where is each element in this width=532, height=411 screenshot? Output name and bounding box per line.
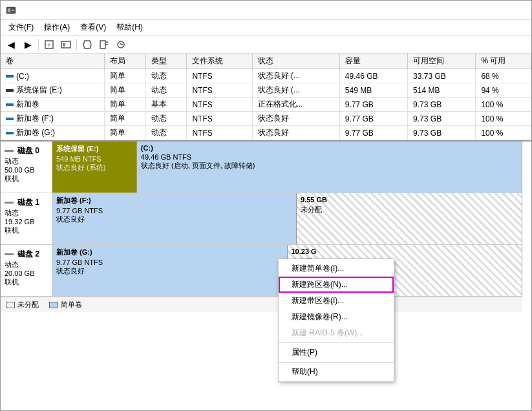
partition[interactable]: (C:) 49.46 GB NTFS 状态良好 (启动, 页面文件, 故障转储) — [137, 142, 522, 193]
partition-label: 新加卷 (G:) — [56, 248, 283, 257]
cell-type: 基本 — [145, 98, 187, 112]
disk-type: 动态 — [5, 260, 48, 269]
cell-free: 514 MB — [408, 83, 476, 98]
disk-row-disk0: 磁盘 0 动态 50.00 GB 联机 系统保留 (E:) 549 MB NTF… — [1, 142, 522, 193]
partition-detail1: 549 MB NTFS — [56, 155, 133, 163]
close-button[interactable] — [509, 4, 526, 17]
disk-status: 联机 — [5, 277, 48, 287]
partition-label: 新加卷 (F:) — [56, 196, 292, 206]
table-row[interactable]: 系统保留 (E:) 简单 动态 NTFS 状态良好 (... 549 MB 51… — [1, 83, 531, 98]
col-layout: 布局 — [104, 54, 145, 69]
context-menu-item[interactable]: 新建简单卷(I)... — [279, 260, 394, 277]
cell-capacity: 9.77 GB — [339, 98, 407, 112]
minimize-button[interactable] — [473, 4, 490, 17]
legend-simple-label: 简单卷 — [61, 300, 82, 310]
svg-text:?: ? — [47, 43, 50, 48]
cell-pct: 94 % — [476, 83, 531, 98]
disk-area-wrapper: 磁盘 0 动态 50.00 GB 联机 系统保留 (E:) 549 MB NTF… — [1, 142, 531, 410]
cell-type: 动态 — [145, 126, 187, 140]
toolbar-btn-3[interactable] — [58, 37, 74, 52]
disk-row-disk2: 磁盘 2 动态 20.00 GB 联机 新加卷 (G:) 9.77 GB NTF… — [1, 245, 522, 297]
partition[interactable]: 新加卷 (G:) 9.77 GB NTFS 状态良好 — [52, 245, 288, 296]
forward-button[interactable]: ▶ — [20, 37, 36, 52]
disk-label-disk1: 磁盘 1 动态 19.32 GB 联机 — [1, 193, 52, 244]
cell-layout: 简单 — [104, 98, 145, 112]
context-menu-item[interactable]: 帮助(H) — [279, 364, 394, 380]
main-content: 卷 布局 类型 文件系统 状态 容量 可用空间 % 可用 (C:) 简单 动态 … — [1, 54, 531, 410]
cell-pct: 68 % — [476, 69, 531, 83]
menu-view[interactable]: 查看(V) — [75, 21, 111, 34]
disk-type: 动态 — [5, 208, 48, 218]
disk-label-disk0: 磁盘 0 动态 50.00 GB 联机 — [1, 142, 52, 193]
menu-separator — [279, 342, 394, 343]
partition[interactable]: 系统保留 (E:) 549 MB NTFS 状态良好 (系统) — [52, 142, 137, 193]
disk-row-disk1: 磁盘 1 动态 19.32 GB 联机 新加卷 (F:) 9.77 GB NTF… — [1, 193, 522, 245]
legend-unallocated: 未分配 — [6, 300, 39, 310]
cell-type: 动态 — [145, 112, 187, 126]
cell-fs: NTFS — [187, 112, 252, 126]
cell-status: 正在格式化... — [252, 98, 339, 112]
cell-vol: 新加卷 — [1, 98, 104, 112]
table-area: 卷 布局 类型 文件系统 状态 容量 可用空间 % 可用 (C:) 简单 动态 … — [1, 54, 531, 142]
disk-size: 20.00 GB — [5, 269, 48, 277]
cell-fs: NTFS — [187, 126, 252, 140]
svg-rect-1 — [8, 8, 10, 12]
menu-separator — [279, 362, 394, 363]
toolbar-btn-6[interactable] — [113, 37, 129, 52]
cell-status: 状态良好 — [252, 112, 339, 126]
menu-file[interactable]: 文件(F) — [3, 21, 39, 34]
toolbar-btn-5[interactable] — [96, 37, 112, 52]
partition-detail2: 状态良好 — [56, 215, 292, 224]
svg-rect-8 — [100, 41, 105, 48]
context-menu-item[interactable]: 新建跨区卷(N)... — [279, 277, 394, 293]
disk-partitions-disk0: 系统保留 (E:) 549 MB NTFS 状态良好 (系统) (C:) 49.… — [52, 142, 522, 193]
cell-pct: 100 % — [476, 126, 531, 140]
cell-vol: (C:) — [1, 69, 104, 83]
disk-partitions-disk1: 新加卷 (F:) 9.77 GB NTFS 状态良好 9.55 GB 未分配 — [52, 193, 522, 244]
col-vol: 卷 — [1, 54, 104, 69]
legend-simple-box — [49, 302, 58, 308]
title-controls — [473, 4, 526, 17]
context-menu-item[interactable]: 新建镜像卷(R)... — [279, 309, 394, 325]
maximize-button[interactable] — [491, 4, 508, 17]
partition-detail2: 状态良好 (系统) — [56, 163, 133, 173]
cell-layout: 简单 — [104, 83, 145, 98]
svg-rect-6 — [63, 43, 65, 47]
toolbar-btn-4[interactable] — [80, 37, 95, 52]
cell-type: 动态 — [145, 83, 187, 98]
cell-layout: 简单 — [104, 112, 145, 126]
table-row[interactable]: 新加卷 (G:) 简单 动态 NTFS 状态良好 9.77 GB 9.73 GB… — [1, 126, 531, 140]
cell-free: 9.73 GB — [408, 126, 476, 140]
toolbar: ◀ ▶ ? — [1, 36, 531, 54]
cell-status: 状态良好 — [252, 126, 339, 140]
context-menu-item[interactable]: 属性(P) — [279, 344, 394, 361]
col-capacity: 容量 — [339, 54, 407, 69]
context-menu-item[interactable]: 新建带区卷(I)... — [279, 293, 394, 309]
cell-vol: 系统保留 (E:) — [1, 83, 104, 98]
cell-fs: NTFS — [187, 69, 252, 83]
cell-vol: 新加卷 (F:) — [1, 112, 104, 126]
back-button[interactable]: ◀ — [3, 37, 19, 52]
table-row[interactable]: 新加卷 简单 基本 NTFS 正在格式化... 9.77 GB 9.73 GB … — [1, 98, 531, 112]
disk-name: 磁盘 1 — [5, 197, 48, 208]
menu-action[interactable]: 操作(A) — [39, 21, 75, 34]
partition-label: 系统保留 (E:) — [56, 144, 133, 154]
menu-help[interactable]: 帮助(H) — [111, 21, 148, 34]
col-pct: % 可用 — [476, 54, 531, 69]
disk-scroll[interactable]: 磁盘 0 动态 50.00 GB 联机 系统保留 (E:) 549 MB NTF… — [1, 142, 522, 410]
col-free: 可用空间 — [408, 54, 476, 69]
cell-free: 33.73 GB — [408, 69, 476, 83]
main-window: 文件(F) 操作(A) 查看(V) 帮助(H) ◀ ▶ ? — [0, 0, 532, 411]
cell-vol: 新加卷 (G:) — [1, 126, 104, 140]
disk-status: 联机 — [5, 174, 48, 184]
table-row[interactable]: (C:) 简单 动态 NTFS 状态良好 (... 49.46 GB 33.73… — [1, 69, 531, 83]
partition[interactable]: 新加卷 (F:) 9.77 GB NTFS 状态良好 — [52, 193, 297, 244]
disk-name: 磁盘 0 — [5, 145, 48, 156]
partition[interactable]: 9.55 GB 未分配 — [297, 193, 522, 244]
disk-label-disk2: 磁盘 2 动态 20.00 GB 联机 — [1, 245, 52, 296]
cell-status: 状态良好 (... — [252, 69, 339, 83]
partition-detail2: 状态良好 (启动, 页面文件, 故障转储) — [141, 161, 518, 171]
toolbar-btn-2[interactable]: ? — [41, 37, 57, 52]
legend-unalloc-label: 未分配 — [17, 300, 39, 310]
table-row[interactable]: 新加卷 (F:) 简单 动态 NTFS 状态良好 9.77 GB 9.73 GB… — [1, 112, 531, 126]
